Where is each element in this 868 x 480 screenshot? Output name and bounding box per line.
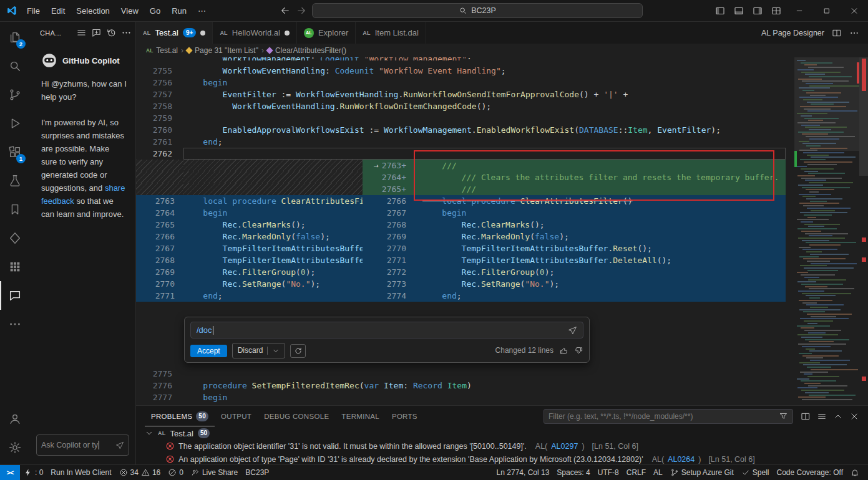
accept-button[interactable]: Accept	[190, 345, 227, 357]
breadcrumb-test-al[interactable]: ALTest.al	[146, 46, 178, 55]
problems-file-group[interactable]: AL Test.al 50	[136, 427, 868, 439]
minimap[interactable]	[794, 57, 859, 405]
tab-item-list-dal[interactable]: ALItem List.dal	[356, 22, 426, 44]
tab-badge: 9+	[183, 28, 196, 37]
minimize-button[interactable]	[786, 0, 813, 22]
maximize-panel-icon[interactable]	[832, 410, 844, 423]
al-file-icon: AL	[220, 30, 227, 36]
problem-row[interactable]: The application object identifier '31' i…	[136, 439, 868, 453]
activity-extensions[interactable]: 1	[0, 138, 30, 166]
modified-dot-icon[interactable]	[285, 31, 290, 36]
status-notifications[interactable]	[847, 465, 863, 480]
status-indentation[interactable]: Spaces: 4	[553, 465, 593, 480]
status-problems-summary[interactable]: 3416	[115, 465, 165, 480]
panel-tab-ports[interactable]: PORTS	[386, 406, 424, 426]
menu-selection[interactable]: Selection	[71, 0, 115, 22]
tab-explorer[interactable]: ALExplorer	[297, 22, 356, 44]
problem-row[interactable]: An application object of type 'Page' wit…	[136, 453, 868, 464]
code-line: WorkflowManagement: Codeunit "Workflow M…	[136, 57, 786, 65]
thumbs-down-icon[interactable]	[574, 346, 583, 355]
modified-dot-icon[interactable]	[200, 31, 205, 36]
chat-history-icon[interactable]	[106, 27, 117, 38]
tab-test-al[interactable]: ALTest.al9+	[136, 22, 213, 44]
view-as-list-icon[interactable]	[816, 410, 828, 423]
panel-tab-terminal[interactable]: TERMINAL	[335, 406, 386, 426]
activity-search[interactable]	[0, 52, 30, 80]
thumbs-up-icon[interactable]	[559, 346, 568, 355]
toggle-primary-sidebar-icon[interactable]	[711, 0, 729, 22]
toggle-panel-icon[interactable]	[729, 0, 748, 22]
status-al-events[interactable]: : 0	[20, 465, 47, 480]
tab-helloworld-al[interactable]: ALHelloWorld.al	[213, 22, 296, 44]
status-setup-azure-git[interactable]: Setup Azure Git	[666, 465, 738, 480]
activity-run-and-debug[interactable]	[0, 109, 30, 138]
breadcrumb-clearattributesfilter[interactable]: ClearAttributesFilter()	[267, 46, 346, 55]
toggle-secondary-sidebar-icon[interactable]	[748, 0, 767, 22]
activity-settings[interactable]	[0, 433, 30, 462]
activity-source-control[interactable]	[0, 80, 30, 109]
activity-al-object-designer[interactable]	[0, 224, 30, 252]
diff-line: 2764 begin2767 begin	[136, 207, 786, 219]
breadcrumb-page-31-item-list[interactable]: Page 31 "Item List"	[187, 46, 258, 55]
debug-icon	[8, 117, 22, 130]
status-encoding[interactable]: UTF-8	[594, 465, 623, 480]
code-line: 2759	[136, 112, 786, 124]
discard-button[interactable]: Discard	[232, 343, 286, 358]
chat-list-icon[interactable]	[76, 27, 87, 38]
maximize-button[interactable]	[813, 0, 841, 22]
new-chat-icon[interactable]	[91, 27, 102, 38]
activity-bookmarks[interactable]	[0, 195, 30, 224]
filter-icon[interactable]	[779, 411, 788, 421]
panel-actions	[793, 410, 863, 423]
menu-go[interactable]: Go	[144, 0, 166, 22]
send-icon[interactable]	[115, 441, 124, 450]
panel-tab-debug-console[interactable]: DEBUG CONSOLE	[258, 406, 335, 426]
menu-run[interactable]: Run	[166, 0, 192, 22]
status-ports[interactable]: 0	[164, 465, 187, 480]
problem-code-link[interactable]: AL0297	[551, 442, 578, 451]
menu-view[interactable]: View	[115, 0, 144, 22]
overview-ruler[interactable]	[859, 57, 868, 405]
chevron-down-icon[interactable]	[272, 347, 280, 355]
activity-copilot-chat[interactable]	[0, 281, 30, 310]
status-remote[interactable]: ><	[0, 465, 20, 480]
activity-table-data[interactable]	[0, 252, 30, 281]
regenerate-button[interactable]	[290, 344, 306, 358]
more-actions-icon[interactable]	[849, 28, 859, 38]
command-center-search[interactable]: BC23P	[312, 3, 643, 18]
activity-accounts[interactable]	[0, 405, 30, 433]
forward-arrow-icon[interactable]	[296, 5, 307, 16]
problem-code-link[interactable]: AL0264	[668, 455, 695, 464]
more-actions-icon[interactable]	[121, 27, 132, 38]
split-editor-icon[interactable]	[832, 28, 842, 38]
split-panel-icon[interactable]	[799, 410, 812, 423]
al-page-designer-button[interactable]: AL Page Designer	[761, 29, 824, 37]
activity-testing[interactable]	[0, 166, 30, 195]
panel-tab-problems[interactable]: PROBLEMS50	[145, 406, 215, 426]
copilot-input[interactable]: Ask Copilot or ty	[36, 434, 129, 456]
menu-edit[interactable]: Edit	[46, 0, 71, 22]
send-icon[interactable]	[567, 325, 577, 335]
activity-explorer[interactable]: 2	[0, 23, 30, 52]
problems-filter[interactable]	[544, 409, 793, 424]
live-share-icon	[191, 468, 200, 477]
code-editor[interactable]: WorkflowManagement: Codeunit "Workflow M…	[136, 57, 786, 405]
close-button[interactable]	[841, 0, 868, 22]
status-cursor-position[interactable]: Ln 2774, Col 13	[493, 465, 553, 480]
status-language-mode[interactable]: AL	[650, 465, 666, 480]
status-spell[interactable]: Spell	[738, 465, 773, 480]
status-environment[interactable]: BC23P	[241, 465, 273, 480]
customize-layout-icon[interactable]	[767, 0, 786, 22]
status-live-share[interactable]: Live Share	[187, 465, 241, 480]
menu-file[interactable]: File	[21, 0, 46, 22]
status-run-in-web-client[interactable]: Run In Web Client	[47, 465, 115, 480]
back-arrow-icon[interactable]	[280, 5, 291, 16]
close-panel-icon[interactable]	[848, 410, 861, 423]
inline-chat-input[interactable]: /doc	[190, 322, 583, 338]
problems-filter-input[interactable]	[549, 412, 775, 421]
menu-[interactable]: ⋯	[192, 0, 212, 22]
panel-tab-output[interactable]: OUTPUT	[215, 406, 258, 426]
status-code-coverage[interactable]: Code Coverage: Off	[773, 465, 847, 480]
activity-more-views[interactable]	[0, 310, 30, 338]
status-eol-sequence[interactable]: CRLF	[623, 465, 650, 480]
